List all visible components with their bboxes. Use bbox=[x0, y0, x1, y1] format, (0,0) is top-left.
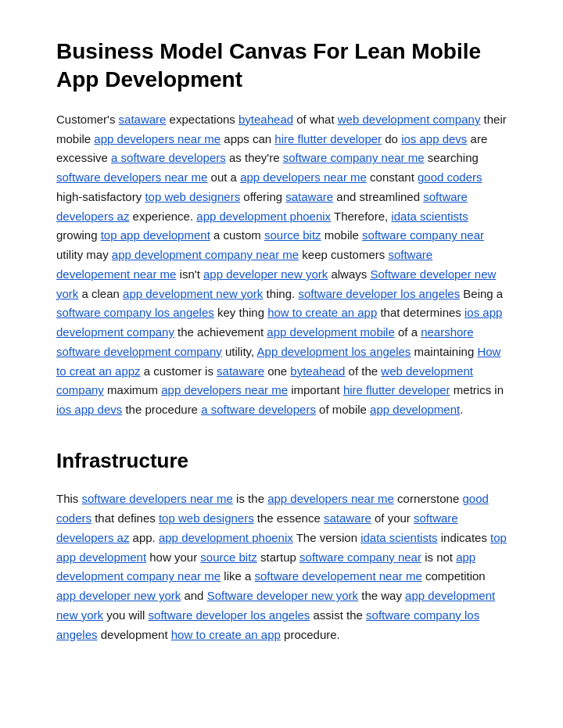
inline-link[interactable]: software developer los angeles bbox=[298, 287, 460, 300]
inline-link[interactable]: sataware bbox=[119, 113, 167, 126]
inline-link[interactable]: how to create an app bbox=[171, 628, 281, 641]
inline-link[interactable]: ios app devs bbox=[56, 403, 122, 416]
inline-link[interactable]: app developers near me bbox=[240, 170, 367, 184]
infrastructure-heading: Infrastructure bbox=[56, 445, 507, 478]
inline-link[interactable]: sataware bbox=[285, 190, 333, 203]
inline-link[interactable]: good coders bbox=[418, 170, 482, 184]
inline-link[interactable]: sataware bbox=[324, 511, 371, 525]
inline-link[interactable]: Software developer new york bbox=[207, 589, 358, 602]
inline-link[interactable]: app developer new york bbox=[203, 267, 328, 281]
inline-link[interactable]: source bitz bbox=[200, 550, 257, 564]
inline-link[interactable]: sataware bbox=[217, 364, 264, 378]
inline-link[interactable]: software developer los angeles bbox=[149, 608, 310, 622]
inline-link[interactable]: app development mobile bbox=[267, 325, 394, 339]
inline-link[interactable]: ios app devs bbox=[401, 132, 467, 145]
inline-link[interactable]: hire flutter developer bbox=[343, 383, 450, 396]
inline-link[interactable]: top web designers bbox=[159, 511, 254, 525]
inline-link[interactable]: app development new york bbox=[123, 287, 263, 300]
infrastructure-paragraph: This software developers near me is the … bbox=[56, 490, 507, 644]
inline-link[interactable]: how to create an app bbox=[267, 306, 377, 319]
inline-link[interactable]: app development phoenix bbox=[196, 210, 331, 223]
inline-link[interactable]: app development company near me bbox=[112, 248, 299, 261]
inline-link[interactable]: App development los angeles bbox=[257, 345, 411, 358]
inline-link[interactable]: software company near me bbox=[283, 151, 425, 164]
inline-link[interactable]: software company los angeles bbox=[56, 306, 214, 319]
inline-link[interactable]: byteahead bbox=[290, 364, 345, 378]
inline-link[interactable]: software developers near me bbox=[82, 492, 233, 505]
inline-link[interactable]: software company near bbox=[362, 228, 484, 242]
inline-link[interactable]: byteahead bbox=[238, 113, 293, 126]
inline-link[interactable]: hire flutter developer bbox=[274, 132, 382, 145]
inline-link[interactable]: source bitz bbox=[264, 228, 321, 242]
inline-link[interactable]: top web designers bbox=[145, 190, 240, 203]
inline-link[interactable]: app developers near me bbox=[94, 132, 221, 145]
inline-link[interactable]: app development phoenix bbox=[159, 531, 293, 544]
inline-link[interactable]: software company near bbox=[299, 550, 421, 564]
intro-paragraph: Customer's sataware expectations byteahe… bbox=[56, 110, 507, 420]
inline-link[interactable]: idata scientists bbox=[360, 531, 437, 544]
inline-link[interactable]: app developers near me bbox=[161, 383, 288, 396]
inline-link[interactable]: software developers near me bbox=[56, 170, 207, 184]
inline-link[interactable]: a software developers bbox=[201, 403, 316, 416]
inline-link[interactable]: app developer new york bbox=[56, 589, 181, 602]
inline-link[interactable]: a software developers bbox=[111, 151, 226, 164]
inline-link[interactable]: app development bbox=[370, 403, 460, 416]
inline-link[interactable]: web development company bbox=[338, 113, 481, 126]
inline-link[interactable]: idata scientists bbox=[391, 210, 468, 223]
page-title: Business Model Canvas For Lean Mobile Ap… bbox=[56, 38, 507, 95]
inline-link[interactable]: app developers near me bbox=[267, 492, 394, 505]
inline-link[interactable]: software developement near me bbox=[254, 569, 421, 583]
inline-link[interactable]: top app development bbox=[101, 228, 210, 242]
